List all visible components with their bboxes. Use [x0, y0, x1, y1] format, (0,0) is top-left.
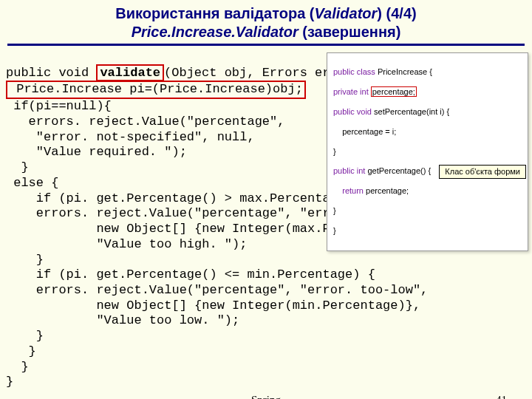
page-number: 41: [496, 394, 507, 399]
tooltip-label: Клас об'єкта форми: [439, 165, 526, 179]
popup-class-code: public class PriceIncrease { private int…: [327, 52, 528, 251]
highlight-cast-line: Price.Increase pi=(Price.Increase)obj;: [6, 81, 306, 99]
title-underline: [7, 44, 525, 46]
code-block: public void validate(Object obj, Errors …: [0, 50, 532, 399]
highlight-validate: validate: [96, 64, 164, 81]
footer-center: Spring: [0, 394, 532, 399]
slide-title: Використання валідатора (Validator) (4/4…: [0, 0, 532, 41]
